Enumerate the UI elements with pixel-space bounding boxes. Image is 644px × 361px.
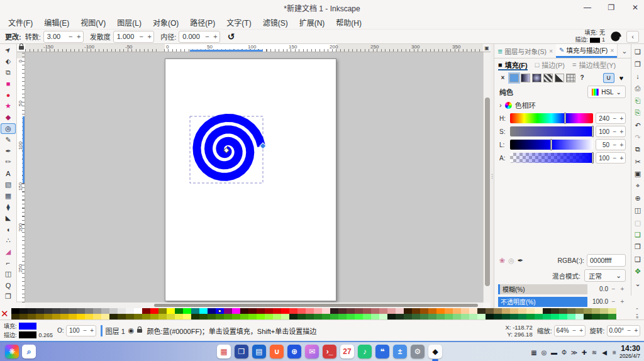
palette-swatch-36[interactable]: [306, 308, 314, 314]
rotation-spinbox[interactable]: 0.00° − +: [607, 325, 640, 336]
palette-swatch-28[interactable]: [240, 308, 248, 314]
palette-swatch-47[interactable]: [396, 308, 404, 314]
palette-swatch-70[interactable]: [584, 308, 592, 314]
ruler-corner[interactable]: [17, 44, 25, 52]
app-store-icon[interactable]: ∪: [270, 345, 284, 358]
palette-swatch-38[interactable]: [322, 314, 330, 319]
palette-swatch-50[interactable]: [420, 308, 428, 314]
menu-item-7[interactable]: 滤镜(S): [257, 16, 294, 29]
palette-swatch-44[interactable]: [371, 308, 379, 314]
palette-swatch-20[interactable]: [175, 308, 183, 314]
palette-swatch-36[interactable]: [306, 314, 314, 319]
clock[interactable]: 14:30 2026/4/7: [619, 344, 640, 359]
palette-swatch-69[interactable]: [575, 314, 584, 319]
fill-color-swatch[interactable]: [19, 323, 36, 330]
workspace-tray-icon[interactable]: ≫: [570, 348, 579, 357]
menu-item-9[interactable]: 帮助(H): [330, 16, 367, 29]
slider-spinbox[interactable]: 240 − +: [596, 113, 626, 124]
paint-mesh-button[interactable]: [566, 74, 575, 82]
palette-swatch-31[interactable]: [265, 314, 273, 319]
dropper-tool[interactable]: ⧫: [1, 201, 16, 213]
measure-tool[interactable]: ◫: [1, 269, 16, 280]
palette-swatch-52[interactable]: [436, 314, 445, 319]
palette-swatch-8[interactable]: [77, 314, 85, 319]
connector-tool[interactable]: ⌐: [1, 257, 16, 269]
palette-swatch-67[interactable]: [559, 308, 567, 314]
palette-swatch-34[interactable]: [289, 314, 297, 319]
palette-swatch-14[interactable]: [126, 308, 134, 314]
palette-swatch-73[interactable]: [608, 308, 616, 314]
scroll-thumb[interactable]: [485, 97, 490, 286]
control-center-icon[interactable]: ⚙: [411, 345, 425, 358]
palette-swatch-7[interactable]: [69, 308, 77, 314]
paste-button[interactable]: ▣: [632, 168, 643, 180]
palette-swatch-30[interactable]: [257, 314, 265, 319]
palette-swatch-68[interactable]: [567, 314, 575, 319]
paint-linear-gradient-button[interactable]: [521, 74, 530, 82]
snap-controls-icon[interactable]: ▣: [483, 44, 491, 52]
page-border-button[interactable]: ▢: [632, 216, 643, 228]
spiral-tool[interactable]: ◎: [1, 123, 16, 135]
palette-swatch-30[interactable]: [257, 308, 265, 314]
slider-handle[interactable]: [592, 152, 594, 164]
palette-swatch-12[interactable]: [109, 308, 118, 314]
palette-swatch-48[interactable]: [404, 314, 412, 319]
open-button[interactable]: ❐: [632, 58, 643, 70]
palette-swatch-2[interactable]: [28, 314, 36, 319]
spin-minus-button[interactable]: −: [203, 33, 211, 40]
palette-swatch-1[interactable]: [19, 314, 28, 319]
calligraphy-tool[interactable]: ✏: [1, 157, 16, 168]
palette-swatch-18[interactable]: [158, 314, 167, 319]
spin-plus-button[interactable]: +: [145, 33, 153, 40]
inkscape-icon[interactable]: ◆: [428, 345, 442, 358]
slider-track[interactable]: [510, 153, 593, 163]
zoom-selection-button[interactable]: ⌖: [632, 180, 643, 192]
scroll-thumb[interactable]: [154, 304, 478, 307]
palette-swatch-63[interactable]: [526, 314, 535, 319]
palette-swatch-23[interactable]: [199, 314, 208, 319]
palette-swatch-69[interactable]: [575, 308, 584, 314]
palette-swatch-40[interactable]: [338, 314, 347, 319]
palette-swatch-38[interactable]: [322, 308, 330, 314]
palette-swatch-50[interactable]: [420, 314, 428, 319]
browser-icon[interactable]: ⊕: [287, 345, 301, 358]
palette-swatch-66[interactable]: [551, 308, 559, 314]
blur-slider[interactable]: 模糊(%): [498, 284, 587, 294]
palette-swatch-0[interactable]: [11, 314, 19, 319]
slider-spinbox[interactable]: 100 − +: [596, 126, 626, 137]
palette-swatch-16[interactable]: [142, 314, 150, 319]
multitasking-icon[interactable]: ▦: [217, 345, 231, 358]
reset-defaults-icon[interactable]: ↺: [228, 31, 235, 42]
palette-swatch-17[interactable]: [150, 314, 158, 319]
palette-swatch-2[interactable]: [28, 308, 36, 314]
palette-swatch-55[interactable]: [461, 308, 469, 314]
eraser-tool[interactable]: ◢: [1, 246, 16, 257]
palette-swatch-3[interactable]: [36, 314, 44, 319]
layer-indicator[interactable]: 图层 1 ◉: [101, 325, 143, 336]
palette-swatch-4[interactable]: [44, 314, 52, 319]
palette-swatch-7[interactable]: [69, 314, 77, 319]
title-bar[interactable]: *新建文档 1 - Inkscape — ❐ ✕: [0, 0, 644, 15]
calculator-icon[interactable]: ±: [393, 345, 407, 358]
wifi-tray-icon[interactable]: ≋: [590, 348, 599, 357]
palette-swatch-54[interactable]: [453, 308, 461, 314]
subtab-stroke-paint[interactable]: □描边(P): [535, 60, 565, 70]
palette-swatch-5[interactable]: [52, 314, 60, 319]
spinbox[interactable]: 1.000 − +: [113, 31, 155, 43]
palette-swatch-70[interactable]: [584, 314, 592, 319]
duplicate-button[interactable]: ❏: [632, 229, 643, 241]
palette-swatch-46[interactable]: [387, 308, 396, 314]
palette-swatch-42[interactable]: [355, 314, 363, 319]
canvas[interactable]: [25, 52, 483, 303]
fill-rule-evenodd-button[interactable]: ∪: [603, 73, 614, 83]
pages-tool[interactable]: ❐: [1, 291, 16, 303]
palette-swatch-39[interactable]: [330, 314, 338, 319]
palette-swatch-13[interactable]: [118, 314, 126, 319]
subtab-fill[interactable]: ■填充(F): [498, 60, 528, 70]
fill-rule-nonzero-button[interactable]: ♥: [616, 73, 627, 83]
palette-swatch-37[interactable]: [314, 308, 322, 314]
spin-minus-button[interactable]: −: [137, 33, 145, 40]
calendar-icon[interactable]: 27: [340, 345, 354, 358]
palette-swatch-33[interactable]: [281, 314, 289, 319]
palette-swatch-27[interactable]: [232, 308, 240, 314]
